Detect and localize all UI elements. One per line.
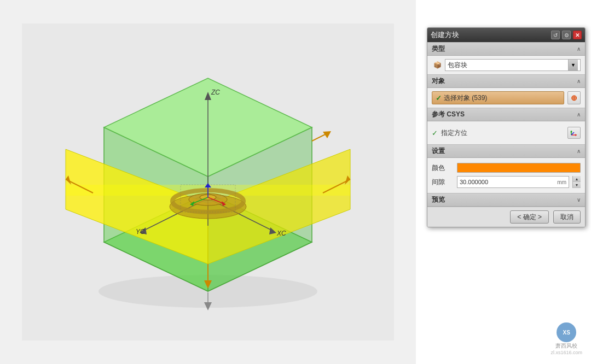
settings-section-content: 颜色 间隙 30.000000 mm ▲ ▼ (427, 158, 585, 193)
type-select-text: 包容块 (448, 61, 467, 70)
title-buttons: ↺ ⚙ ✕ (551, 31, 582, 39)
clearance-input[interactable]: 30.000000 mm (457, 176, 569, 188)
reference-section-label: 参考 CSYS (432, 110, 465, 119)
create-block-dialog: 创建方块 ↺ ⚙ ✕ 类型 ∧ 📦 包容块 ▼ 对象 ∧ (427, 27, 586, 227)
type-select[interactable]: 包容块 ▼ (445, 59, 581, 71)
object-section-label: 对象 (432, 77, 445, 86)
orientation-picker-button[interactable] (567, 127, 581, 139)
clearance-increment-button[interactable]: ▲ (573, 176, 581, 182)
specify-orientation-label: 指定方位 (441, 128, 564, 138)
reference-chevron-icon: ∧ (577, 111, 581, 118)
type-section-header[interactable]: 类型 ∧ (427, 42, 585, 56)
reset-button[interactable]: ↺ (551, 31, 560, 39)
watermark: XS 萧西风校 zl.xs1616.com (551, 322, 582, 355)
watermark-logo: XS (557, 322, 576, 342)
select-object-button[interactable]: ✓ 选择对象 (539) (432, 91, 564, 104)
svg-text:ZC: ZC (211, 89, 220, 96)
clearance-unit: mm (557, 179, 566, 185)
canvas-area: ZC YC XC (0, 0, 416, 364)
object-select-row: ✓ 选择对象 (539) ⊕ (432, 91, 581, 104)
type-dropdown-arrow-icon[interactable]: ▼ (568, 60, 578, 71)
clearance-label: 间隙 (432, 178, 454, 187)
watermark-site: 萧西风校 (555, 342, 577, 350)
add-object-button[interactable]: ⊕ (567, 91, 581, 104)
csys-icon (569, 128, 579, 137)
settings-button[interactable]: ⚙ (562, 31, 571, 39)
settings-section-label: 设置 (432, 146, 445, 156)
type-section-content: 📦 包容块 ▼ (427, 56, 585, 74)
select-object-text: 选择对象 (539) (444, 93, 487, 103)
watermark-url: zl.xs1616.com (551, 350, 582, 355)
settings-section-header[interactable]: 设置 ∧ (427, 144, 585, 158)
confirm-button[interactable]: < 确定 > (510, 210, 549, 224)
dialog-footer: < 确定 > 取消 (427, 207, 585, 227)
scene-svg: ZC YC XC (22, 24, 394, 340)
dialog-title: 创建方块 (431, 30, 459, 40)
specify-checkmark-icon: ✓ (432, 129, 438, 137)
preview-section-label: 预览 (432, 195, 445, 204)
object-section-header[interactable]: 对象 ∧ (427, 74, 585, 88)
clearance-decrement-button[interactable]: ▼ (573, 182, 581, 188)
object-chevron-icon: ∧ (577, 78, 581, 84)
reference-section-content: ✓ 指定方位 (427, 121, 585, 144)
preview-chevron-icon: ∨ (577, 197, 581, 203)
close-button[interactable]: ✕ (573, 31, 582, 39)
scene-container: ZC YC XC (22, 24, 394, 340)
color-row: 颜色 (432, 161, 581, 174)
svg-marker-42 (570, 131, 572, 132)
type-section-label: 类型 (432, 44, 445, 54)
settings-chevron-icon: ∧ (577, 148, 581, 154)
reference-section-header[interactable]: 参考 CSYS ∧ (427, 108, 585, 121)
svg-marker-40 (575, 134, 577, 136)
color-swatch[interactable] (457, 163, 581, 173)
svg-text:XC: XC (276, 230, 286, 237)
type-icon: 📦 (432, 60, 443, 71)
object-section-content: ✓ 选择对象 (539) ⊕ (427, 88, 585, 108)
panel-area: 创建方块 ↺ ⚙ ✕ 类型 ∧ 📦 包容块 ▼ 对象 ∧ (427, 27, 586, 227)
specify-orientation-row: ✓ 指定方位 (432, 125, 581, 141)
preview-section-header[interactable]: 预览 ∨ (427, 193, 585, 207)
select-checkmark-icon: ✓ (436, 94, 442, 102)
clearance-spinner: ▲ ▼ (572, 176, 581, 188)
clearance-value: 30.000000 (460, 179, 488, 185)
type-select-row: 📦 包容块 ▼ (432, 59, 581, 71)
svg-text:YC: YC (136, 228, 145, 236)
dialog-title-bar: 创建方块 ↺ ⚙ ✕ (427, 28, 585, 42)
clearance-row: 间隙 30.000000 mm ▲ ▼ (432, 174, 581, 190)
cancel-button[interactable]: 取消 (553, 210, 581, 224)
type-chevron-icon: ∧ (577, 46, 581, 52)
color-label: 颜色 (432, 163, 454, 173)
